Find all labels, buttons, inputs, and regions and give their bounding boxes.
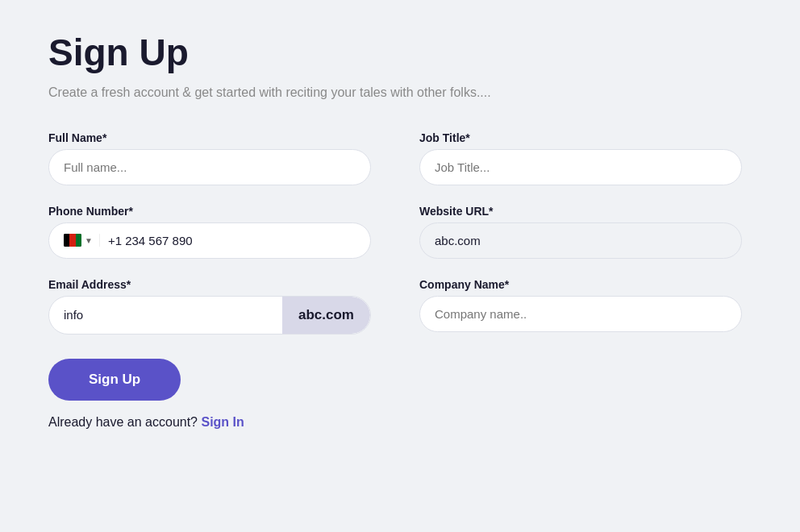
page-container: Sign Up Create a fresh account & get sta… [48, 32, 742, 430]
phone-group: Phone Number* ▼ [48, 205, 371, 259]
afghanistan-flag-icon [64, 234, 81, 247]
page-title: Sign Up [48, 32, 742, 73]
phone-flag-selector[interactable]: ▼ [64, 234, 100, 247]
phone-wrapper: ▼ [48, 222, 371, 259]
email-wrapper: abc.com [48, 296, 371, 335]
signin-link[interactable]: Sign In [201, 415, 244, 429]
signup-button[interactable]: Sign Up [48, 359, 181, 401]
signup-form: Full Name* Job Title* Phone Number* ▼ [48, 131, 742, 335]
job-title-input[interactable] [419, 149, 742, 185]
job-title-group: Job Title* [419, 131, 742, 185]
signin-prompt-text: Already have an account? [48, 415, 198, 429]
company-group: Company Name* [419, 278, 742, 335]
email-domain-badge: abc.com [282, 297, 370, 334]
email-group: Email Address* abc.com [48, 278, 371, 335]
job-title-label: Job Title* [419, 131, 742, 144]
full-name-group: Full Name* [48, 131, 371, 185]
email-prefix-input[interactable] [49, 297, 282, 334]
form-actions: Sign Up Already have an account? Sign In [48, 343, 742, 430]
website-group: Website URL* [419, 205, 742, 259]
full-name-label: Full Name* [48, 131, 371, 144]
company-input[interactable] [419, 296, 742, 332]
website-input[interactable] [419, 222, 742, 259]
signin-prompt: Already have an account? Sign In [48, 415, 742, 430]
phone-input[interactable] [108, 223, 356, 258]
flag-dropdown-icon: ▼ [85, 236, 93, 245]
website-label: Website URL* [419, 205, 742, 218]
page-subtitle: Create a fresh account & get started wit… [48, 83, 500, 102]
full-name-input[interactable] [48, 149, 371, 185]
email-label: Email Address* [48, 278, 371, 291]
company-label: Company Name* [419, 278, 742, 291]
phone-label: Phone Number* [48, 205, 371, 218]
